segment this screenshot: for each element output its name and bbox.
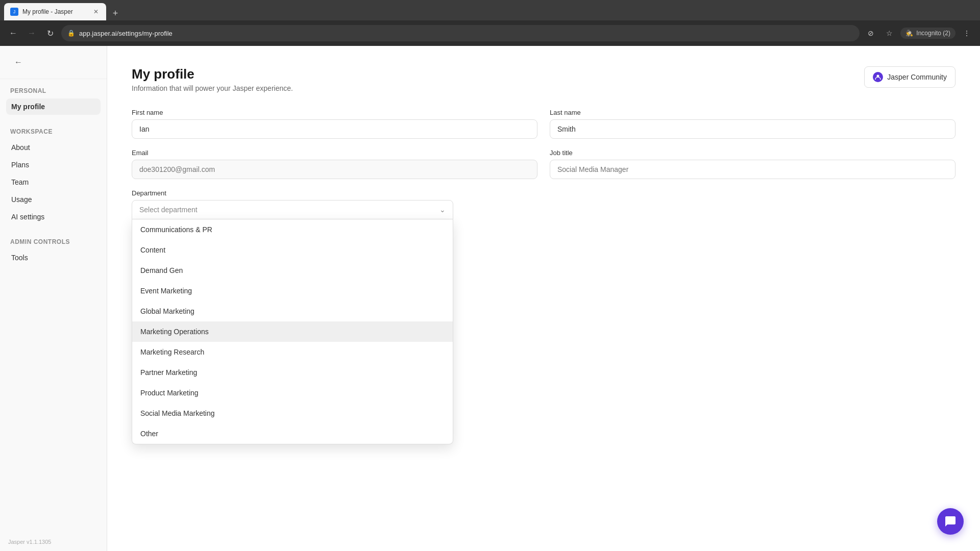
community-icon: [873, 72, 883, 82]
dropdown-item-partner-marketing[interactable]: Partner Marketing: [132, 362, 453, 383]
first-name-label: First name: [132, 109, 537, 116]
url-text: app.jasper.ai/settings/my-profile: [79, 30, 853, 37]
browser-chrome: J My profile - Jasper ✕ + ← → ↻ 🔒 app.ja…: [0, 0, 980, 46]
page-title: My profile: [132, 66, 293, 82]
sidebar-item-label: AI settings: [11, 213, 44, 221]
browser-tabs: J My profile - Jasper ✕ +: [0, 0, 980, 20]
job-title-input[interactable]: [550, 160, 955, 179]
department-dropdown-container: Select department ⌄ Communications & PR …: [132, 200, 453, 219]
chevron-down-icon: ⌄: [439, 206, 446, 214]
dropdown-item-other[interactable]: Other: [132, 423, 453, 444]
page-subtitle: Information that will power your Jasper …: [132, 84, 293, 92]
header-text: My profile Information that will power y…: [132, 66, 293, 92]
active-tab[interactable]: J My profile - Jasper ✕: [4, 3, 106, 20]
tab-title: My profile - Jasper: [22, 8, 88, 15]
email-group: Email: [132, 149, 537, 179]
sidebar-item-label: Team: [11, 178, 29, 186]
back-button[interactable]: ←: [10, 54, 27, 70]
sidebar-item-label: Usage: [11, 195, 32, 204]
sidebar-item-usage[interactable]: Usage: [6, 191, 101, 208]
reload-button[interactable]: ↻: [43, 26, 57, 40]
department-dropdown-trigger[interactable]: Select department ⌄: [132, 200, 453, 219]
department-label: Department: [132, 189, 955, 197]
community-label: Jasper Community: [887, 73, 947, 81]
incognito-button[interactable]: 🕵 Incognito (2): [900, 28, 955, 39]
extension-button[interactable]: ⊘: [864, 26, 878, 40]
sidebar-item-label: About: [11, 143, 30, 152]
sidebar-item-my-profile[interactable]: My profile: [6, 98, 101, 115]
chat-bubble-button[interactable]: [937, 508, 964, 535]
email-input[interactable]: [132, 160, 537, 179]
dropdown-item-marketing-operations[interactable]: Marketing Operations: [132, 321, 453, 342]
tab-favicon: J: [10, 8, 18, 16]
dropdown-item-event-marketing[interactable]: Event Marketing: [132, 281, 453, 301]
main-content: My profile Information that will power y…: [107, 46, 980, 551]
community-button[interactable]: Jasper Community: [864, 66, 955, 88]
name-row: First name Last name: [132, 109, 955, 139]
first-name-group: First name: [132, 109, 537, 139]
incognito-label: Incognito (2): [916, 30, 950, 37]
back-button[interactable]: ←: [6, 26, 20, 40]
sidebar-item-about[interactable]: About: [6, 139, 101, 156]
last-name-group: Last name: [550, 109, 955, 139]
dropdown-item-global-marketing[interactable]: Global Marketing: [132, 301, 453, 321]
sidebar-footer: Jasper v1.1.1305: [0, 533, 107, 551]
menu-button[interactable]: ⋮: [960, 26, 974, 40]
personal-section: Personal My profile: [0, 79, 107, 120]
first-name-input[interactable]: [132, 119, 537, 139]
dropdown-item-social-media-marketing[interactable]: Social Media Marketing: [132, 403, 453, 423]
sidebar-item-label: Tools: [11, 254, 28, 262]
sidebar-back-section: ←: [0, 46, 107, 79]
department-dropdown-menu: Communications & PR Content Demand Gen E…: [132, 219, 453, 444]
admin-section: Admin controls Tools: [0, 230, 107, 271]
version-label: Jasper v1.1.1305: [8, 539, 51, 545]
job-title-group: Job title: [550, 149, 955, 179]
sidebar-item-team[interactable]: Team: [6, 174, 101, 190]
last-name-label: Last name: [550, 109, 955, 116]
workspace-label: Workspace: [6, 128, 101, 139]
dropdown-item-comms-pr[interactable]: Communications & PR: [132, 219, 453, 240]
email-label: Email: [132, 149, 537, 157]
last-name-input[interactable]: [550, 119, 955, 139]
workspace-section: Workspace About Plans Team Usage AI sett…: [0, 120, 107, 230]
dropdown-item-demand-gen[interactable]: Demand Gen: [132, 260, 453, 281]
email-job-row: Email Job title: [132, 149, 955, 179]
department-section: Department Select department ⌄ Communica…: [132, 189, 955, 219]
job-title-label: Job title: [550, 149, 955, 157]
sidebar-item-plans[interactable]: Plans: [6, 157, 101, 173]
forward-button[interactable]: →: [24, 26, 39, 40]
sidebar-item-tools[interactable]: Tools: [6, 249, 101, 266]
dropdown-item-content[interactable]: Content: [132, 240, 453, 260]
department-placeholder: Select department: [139, 206, 198, 214]
tab-close-button[interactable]: ✕: [92, 8, 100, 16]
browser-nav: ← → ↻ 🔒 app.jasper.ai/settings/my-profil…: [0, 20, 980, 46]
app-layout: ← Personal My profile Workspace About Pl…: [0, 46, 980, 551]
admin-label: Admin controls: [6, 238, 101, 249]
sidebar-item-ai-settings[interactable]: AI settings: [6, 209, 101, 225]
new-tab-button[interactable]: +: [108, 6, 122, 20]
personal-label: Personal: [6, 87, 101, 98]
dropdown-item-marketing-research[interactable]: Marketing Research: [132, 342, 453, 362]
incognito-icon: 🕵: [905, 30, 913, 37]
dropdown-item-product-marketing[interactable]: Product Marketing: [132, 383, 453, 403]
address-bar[interactable]: 🔒 app.jasper.ai/settings/my-profile: [61, 25, 860, 41]
lock-icon: 🔒: [67, 30, 75, 37]
sidebar-item-label: My profile: [11, 103, 45, 111]
main-header: My profile Information that will power y…: [132, 66, 955, 92]
sidebar-item-label: Plans: [11, 161, 29, 169]
sidebar: ← Personal My profile Workspace About Pl…: [0, 46, 107, 551]
nav-actions: ⊘ ☆ 🕵 Incognito (2) ⋮: [864, 26, 974, 40]
bookmark-button[interactable]: ☆: [882, 26, 896, 40]
